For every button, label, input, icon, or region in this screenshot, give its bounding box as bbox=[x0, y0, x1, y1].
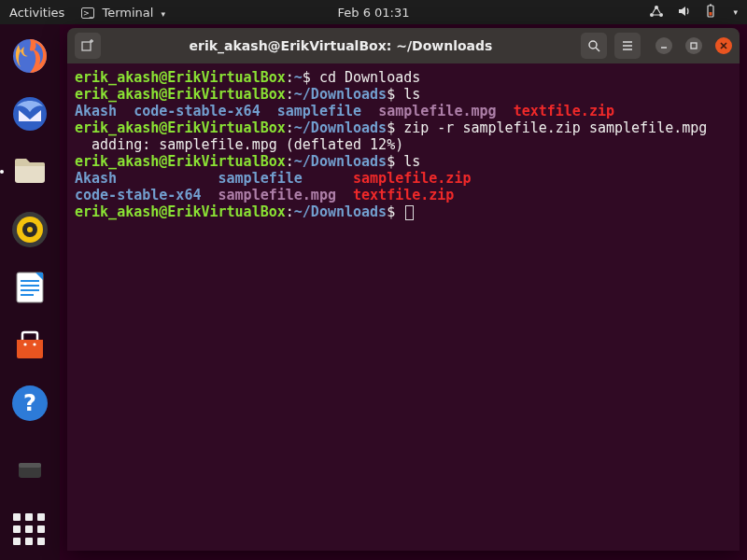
ls-dir: Akash bbox=[75, 103, 117, 119]
svg-rect-24 bbox=[82, 42, 91, 50]
battery-icon[interactable] bbox=[705, 4, 716, 21]
window-title: erik_akash@ErikVirtualBox: ~/Downloads bbox=[108, 38, 573, 53]
thunderbird-icon[interactable] bbox=[7, 91, 52, 136]
files-icon[interactable] bbox=[7, 149, 52, 194]
activities-button[interactable]: Activities bbox=[9, 6, 64, 20]
prompt-userhost: erik_akash@ErikVirtualBox bbox=[75, 69, 286, 86]
terminal-body[interactable]: erik_akash@ErikVirtualBox:~$ cd Download… bbox=[67, 63, 740, 551]
show-applications-icon[interactable] bbox=[13, 513, 47, 547]
cmd-text: cd Downloads bbox=[319, 69, 420, 86]
network-icon[interactable] bbox=[649, 5, 664, 21]
trash-icon[interactable] bbox=[7, 448, 52, 493]
svg-rect-5 bbox=[710, 12, 712, 16]
top-bar: Activities >_ Terminal ▾ Feb 6 01:31 ▾ bbox=[0, 0, 747, 24]
maximize-button[interactable] bbox=[685, 37, 702, 54]
libreoffice-writer-icon[interactable] bbox=[7, 265, 52, 310]
new-tab-button[interactable] bbox=[75, 33, 101, 59]
svg-text:?: ? bbox=[23, 390, 36, 416]
terminal-icon: >_ bbox=[81, 7, 94, 19]
chevron-down-icon: ▾ bbox=[162, 9, 166, 19]
svg-point-18 bbox=[23, 343, 26, 345]
firefox-icon[interactable] bbox=[7, 34, 52, 78]
svg-rect-13 bbox=[17, 273, 43, 302]
volume-icon[interactable] bbox=[677, 5, 692, 21]
search-button[interactable] bbox=[581, 33, 607, 59]
svg-rect-15 bbox=[21, 285, 39, 287]
ls-archive: textfile.zip bbox=[514, 103, 614, 119]
prompt-path: ~ bbox=[294, 69, 303, 86]
clock[interactable]: Feb 6 01:31 bbox=[337, 6, 409, 20]
svg-point-12 bbox=[27, 227, 33, 232]
svg-point-19 bbox=[33, 343, 35, 345]
svg-rect-4 bbox=[710, 4, 712, 6]
minimize-button[interactable] bbox=[655, 37, 672, 54]
zip-output: adding: samplefile.mpg (deflated 12%) bbox=[75, 136, 403, 153]
svg-point-25 bbox=[589, 41, 597, 49]
svg-point-2 bbox=[659, 13, 663, 17]
svg-rect-26 bbox=[691, 43, 697, 49]
svg-rect-23 bbox=[19, 463, 41, 468]
rhythmbox-icon[interactable] bbox=[7, 207, 52, 252]
hamburger-menu-button[interactable] bbox=[614, 33, 641, 59]
help-icon[interactable]: ? bbox=[7, 381, 52, 426]
titlebar[interactable]: erik_akash@ErikVirtualBox: ~/Downloads bbox=[67, 28, 740, 63]
svg-rect-17 bbox=[21, 294, 34, 296]
svg-rect-14 bbox=[21, 280, 39, 282]
cursor bbox=[405, 205, 414, 220]
ubuntu-software-icon[interactable] bbox=[7, 323, 52, 368]
terminal-window: erik_akash@ErikVirtualBox: ~/Downloads e… bbox=[67, 28, 740, 551]
dock: ? bbox=[0, 24, 60, 560]
app-menu[interactable]: >_ Terminal ▾ bbox=[81, 6, 165, 20]
close-button[interactable] bbox=[715, 37, 732, 54]
svg-rect-16 bbox=[21, 289, 39, 291]
system-menu-chevron-icon[interactable]: ▾ bbox=[733, 7, 738, 17]
ls-media: samplefile.mpg bbox=[378, 103, 496, 119]
svg-point-1 bbox=[650, 13, 654, 17]
